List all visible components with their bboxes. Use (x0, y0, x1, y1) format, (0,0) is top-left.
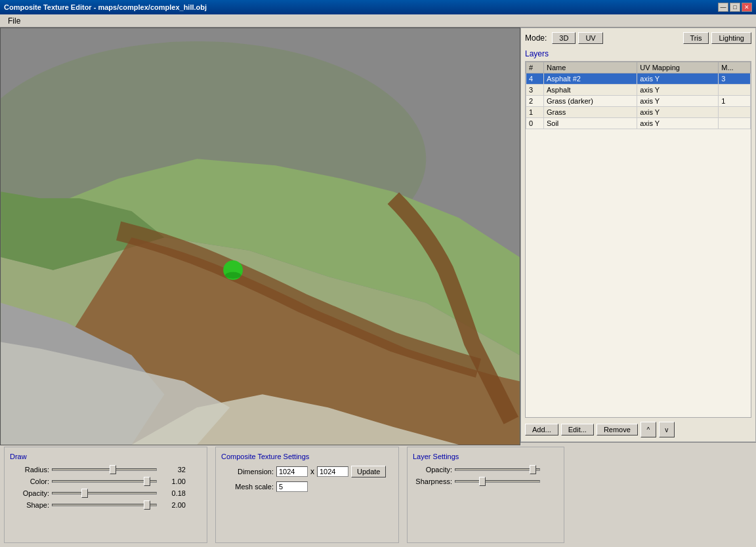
table-row[interactable]: 3Asphaltaxis Y (526, 85, 751, 96)
sharpness-row: Sharpness: (413, 477, 558, 485)
mode-left: Mode: 3D UV (525, 32, 603, 44)
opacity-layer-row: Opacity: (413, 466, 558, 474)
opacity-draw-label: Opacity: (10, 489, 49, 497)
remove-layer-button[interactable]: Remove (597, 424, 638, 436)
menu-bar: File (0, 14, 756, 28)
color-thumb[interactable] (144, 477, 150, 486)
opacity-draw-slider[interactable] (52, 492, 157, 495)
layers-table: # Name UV Mapping M... 4Asphalt #2axis Y… (526, 62, 751, 129)
mesh-scale-input[interactable] (276, 481, 308, 492)
sharpness-thumb[interactable] (479, 477, 486, 486)
col-uv: UV Mapping (637, 62, 719, 73)
opacity-layer-thumb[interactable] (530, 465, 536, 474)
radius-slider[interactable] (52, 468, 157, 471)
sharpness-slider[interactable] (455, 480, 540, 483)
color-value: 1.00 (162, 477, 186, 485)
update-button[interactable]: Update (351, 466, 386, 477)
table-row[interactable]: 1Grassaxis Y (526, 107, 751, 118)
radius-label: Radius: (10, 466, 49, 474)
col-m: M... (719, 62, 751, 73)
dim-x-input[interactable] (276, 466, 308, 477)
tris-button[interactable]: Tris (683, 32, 709, 44)
layer-settings-panel: Layer Settings Opacity: Sharpness: (407, 447, 564, 543)
maximize-button[interactable]: □ (730, 3, 740, 12)
close-button[interactable]: ✕ (742, 3, 752, 12)
right-panel: Mode: 3D UV Tris Lighting Layers # N (520, 28, 756, 442)
mode-row: Mode: 3D UV Tris Lighting (525, 32, 751, 44)
sharpness-label: Sharpness: (413, 477, 452, 485)
shape-row: Shape: 2.00 (10, 501, 201, 509)
menu-file[interactable]: File (3, 16, 26, 26)
table-row[interactable]: 2Grass (darker)axis Y1 (526, 96, 751, 107)
mode-3d-button[interactable]: 3D (552, 32, 576, 44)
radius-row: Radius: 32 (10, 466, 201, 474)
layer-down-button[interactable]: v (659, 422, 675, 437)
col-num: # (526, 62, 544, 73)
window-title: Composite Texture Editor - maps/complex/… (4, 3, 207, 11)
dim-y-input[interactable] (317, 466, 348, 477)
dim-separator: x (310, 467, 314, 476)
opacity-draw-value: 0.18 (162, 489, 186, 497)
opacity-draw-thumb[interactable] (81, 489, 88, 498)
main-container: Mode: 3D UV Tris Lighting Layers # N (0, 28, 756, 547)
mesh-scale-row: Mesh scale: (221, 481, 393, 492)
mode-right: Tris Lighting (683, 32, 751, 44)
shape-thumb[interactable] (144, 500, 150, 510)
lighting-button[interactable]: Lighting (711, 32, 751, 44)
opacity-draw-row: Opacity: 0.18 (10, 489, 201, 497)
radius-thumb[interactable] (110, 465, 116, 474)
layer-up-button[interactable]: ^ (640, 422, 656, 437)
dimension-row: Dimension: x Update (221, 466, 393, 477)
draw-panel: Draw Radius: 32 Color: 1.00 Opacity: (4, 447, 207, 543)
table-row[interactable]: 0Soilaxis Y (526, 118, 751, 129)
shape-label: Shape: (10, 501, 49, 509)
mesh-scale-label: Mesh scale: (221, 483, 274, 491)
mode-label: Mode: (525, 33, 547, 43)
layers-label: Layers (525, 49, 751, 58)
table-header-row: # Name UV Mapping M... (526, 62, 751, 73)
shape-value: 2.00 (162, 501, 186, 509)
color-row: Color: 1.00 (10, 477, 201, 485)
layer-settings-title: Layer Settings (413, 453, 558, 460)
table-row[interactable]: 4Asphalt #2axis Y3 (526, 73, 751, 85)
mode-uv-button[interactable]: UV (578, 32, 602, 44)
layers-panel: # Name UV Mapping M... 4Asphalt #2axis Y… (525, 61, 751, 418)
dimension-label: Dimension: (221, 468, 274, 476)
composite-panel: Composite Texture Settings Dimension: x … (215, 447, 399, 543)
composite-panel-title: Composite Texture Settings (221, 453, 393, 460)
layers-buttons: Add... Edit... Remove ^ v (525, 422, 751, 437)
radius-value: 32 (162, 466, 186, 474)
add-layer-button[interactable]: Add... (525, 424, 558, 436)
title-bar-buttons: — □ ✕ (718, 3, 752, 12)
svg-point-9 (225, 272, 241, 279)
title-bar: Composite Texture Editor - maps/complex/… (0, 0, 756, 14)
opacity-layer-slider[interactable] (455, 468, 540, 471)
minimize-button[interactable]: — (718, 3, 728, 12)
draw-panel-title: Draw (10, 453, 201, 460)
bottom-section: Draw Radius: 32 Color: 1.00 Opacity: (0, 442, 756, 547)
col-name: Name (543, 62, 637, 73)
color-label: Color: (10, 477, 49, 485)
viewport (0, 28, 520, 445)
opacity-layer-label: Opacity: (413, 466, 452, 474)
color-slider[interactable] (52, 480, 157, 483)
edit-layer-button[interactable]: Edit... (561, 424, 594, 436)
top-section: Mode: 3D UV Tris Lighting Layers # N (0, 28, 756, 442)
shape-slider[interactable] (52, 504, 157, 506)
